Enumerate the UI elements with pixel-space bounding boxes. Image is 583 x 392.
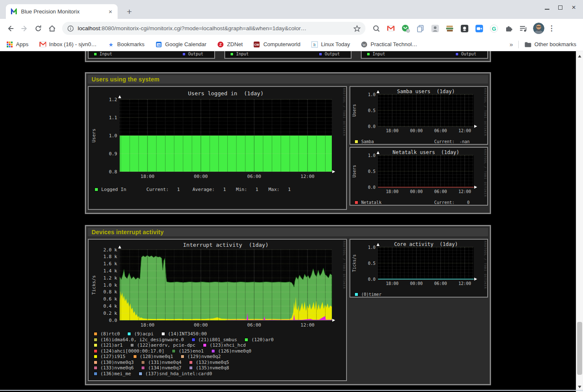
svg-text:0.8: 0.8 [109,169,117,175]
svg-text:12:00: 12:00 [458,189,471,194]
address-bar[interactable]: localhost:8080/monitorix-cgi/monitorix.c… [62,22,365,35]
svg-text:Ticks/s: Ticks/s [352,254,357,272]
svg-text:06:00: 06:00 [247,322,261,328]
bookmarks-separator [518,41,519,48]
svg-text:0.2 k: 0.2 k [103,311,117,316]
tab-close-icon[interactable]: × [107,8,114,16]
grammarly-icon[interactable]: G [488,23,499,34]
svg-text:18:00: 18:00 [141,322,155,328]
users-logged-in-chart[interactable]: 1.21.11.00.90.818:0000:0006:0012:00Users… [89,88,345,182]
samba-users-chart[interactable]: 1.00.50.018:0000:0006:0012:00Samba users… [351,88,486,135]
legend-item: (137)snd_hda_intel:card0 [139,371,212,377]
bookmark-star-icon[interactable] [353,25,361,32]
interrupt-legend-row: (127)i915(128)nvme0q1(129)nvme0q2 [94,354,345,360]
input-legend: Input [230,52,249,56]
legend-swatch [141,366,145,370]
legend-stat: Max:1 [268,187,291,193]
browser-toolbar: localhost:8080/monitorix-cgi/monitorix.c… [0,19,583,38]
interrupt-legend-row: (8)rtc0(9)acpi(14)INT3450:00 [94,331,345,337]
minimize-button[interactable] [540,2,554,13]
legend-swatch [182,52,186,56]
bookmark-item[interactable]: ZZDNet [217,41,243,48]
svg-text:Ticks/s: Ticks/s [91,275,97,295]
svg-text:00:00: 00:00 [410,281,423,286]
bookmark-label: Linux Today [321,41,350,47]
svg-text:★: ★ [108,42,113,48]
legend-item: (129)nvme0q2 [181,354,221,360]
users-legend: Logged InCurrent:1Average:1Min:1Max:1 [95,187,345,193]
svg-text:0.9: 0.9 [109,151,117,157]
legend-swatch [355,293,358,296]
maximize-button[interactable] [554,2,567,13]
scroll-thumb[interactable] [577,322,582,375]
legend-swatch [94,332,97,336]
bookmark-item[interactable]: ★Bookmarks [107,41,144,48]
home-button[interactable] [45,21,59,36]
menu-kebab-icon[interactable]: ⋮ [547,24,556,33]
legend-item: (14)INT3450:00 [161,331,207,337]
svg-text:Netatalk users (1day): Netatalk users (1day) [393,149,460,155]
interrupt-legend-row: (124)ahci[0000:00:17.0](125)eno1(126)nvm… [94,348,345,354]
svg-text:1.8 k: 1.8 k [103,254,117,259]
rrdtool-watermark: RRDTOOL / TOBI OETIKER [483,241,487,289]
legend-swatch [355,201,358,204]
legend-swatch [181,355,184,358]
netatalk-users-chart[interactable]: 1.00.50.018:0000:0006:0012:00Netatalk us… [351,149,486,196]
legend-item: (127)i915 [94,354,126,360]
search-icon[interactable] [370,23,382,34]
bookmarks-overflow-chevron[interactable]: » [509,41,513,48]
core-activity-chart[interactable]: 1.00.50.018:0000:0006:0012:00Core activi… [351,240,486,287]
puzzle-icon[interactable] [503,23,514,34]
network-graph-panel-partial[interactable]: InputOutput [361,51,488,59]
users-section: Users using the system 1.21.11.00.90.818… [85,72,491,214]
copy-pages-icon[interactable] [415,23,426,34]
legend-swatch [94,349,97,353]
legend-stat: Min:1 [236,187,258,193]
close-button[interactable]: × [567,2,580,13]
books-icon[interactable] [444,23,455,34]
bookmark-item[interactable]: WPractical Technol… [360,41,417,48]
svg-text:00:00: 00:00 [410,189,423,194]
other-bookmarks-button[interactable]: Other bookmarks [524,41,576,48]
interrupt-legend-row: (133)nvme0q6(134)nvme0q7(135)nvme0q8 [94,365,345,371]
legend-item: (121)ar1 [94,342,123,348]
bookmark-item[interactable]: 28Google Calendar [155,41,206,48]
scroll-up-button[interactable] [576,52,583,59]
svg-text:06:00: 06:00 [434,189,447,194]
svg-text:1.0: 1.0 [368,245,376,250]
gmail-icon[interactable] [385,23,397,34]
forward-button[interactable] [17,21,31,36]
legend-item: (135)nvme0q8 [189,365,229,371]
profile-avatar[interactable] [533,23,544,34]
bookmark-item[interactable]: CWComputerworld [253,41,300,48]
svg-text:Samba users (1day): Samba users (1day) [397,89,454,94]
page-info-icon[interactable] [66,25,75,32]
playlist-icon[interactable] [517,23,529,34]
page-content: InputOutputInputOutputInputOutput Users … [0,51,576,392]
back-button[interactable] [3,21,17,36]
network-graph-panel-partial[interactable]: InputOutput [224,51,352,59]
new-tab-button[interactable]: + [123,6,135,18]
profile-placeholder-icon[interactable] [429,23,441,34]
interrupt-legend-row: (130)nvme0q3(131)nvme0q4(132)nvme0q5 [94,360,345,366]
legend-swatch [127,332,131,336]
browser-window: Blue Precision Monitorix × + × localhost… [0,0,583,392]
bookmark-item[interactable]: ltLinux Today [311,41,350,48]
svg-text:G: G [491,25,496,31]
legend-item: (122)aerdrv, pcie-dpc [130,342,195,348]
bookmark-item[interactable]: Apps [6,41,29,48]
interrupt-legend-row: (136)mei_me(137)snd_hda_intel:card0 [94,371,345,377]
folder-icon [524,41,531,48]
voice-icon[interactable]: ? [400,23,411,34]
lamp-icon[interactable] [459,23,470,34]
zoom-icon[interactable] [473,23,485,34]
reload-button[interactable] [31,21,45,36]
legend-swatch [319,52,322,56]
interrupt-activity-chart[interactable]: 2.0 k1.8 k1.6 k1.4 k1.2 k1.0 k0.8 k0.6 k… [89,240,345,329]
bookmark-item[interactable]: Inbox (16) - sjvn0… [39,41,97,48]
browser-tab[interactable]: Blue Precision Monitorix × [6,4,118,19]
legend-swatch [133,355,137,358]
network-graph-panel-partial[interactable]: InputOutput [88,51,215,59]
bookmark-label: Practical Technol… [370,41,417,47]
legend-item: Samba [355,139,374,145]
